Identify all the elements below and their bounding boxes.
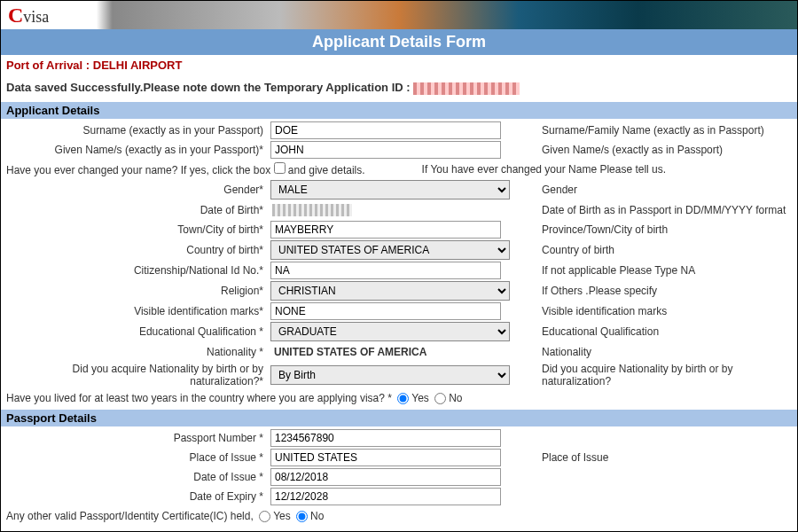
- help-education: Educational Qualification: [528, 325, 794, 338]
- label-dob: Date of Birth*: [4, 204, 270, 216]
- date-of-issue-input[interactable]: [270, 468, 501, 486]
- label-education: Educational Qualification *: [4, 325, 270, 338]
- label-nationality: Nationality *: [4, 346, 270, 358]
- gender-select[interactable]: MALE: [270, 180, 510, 200]
- label-place-of-issue: Place of Issue *: [4, 451, 270, 464]
- help-citizenship-id: If not applicable Please Type NA: [528, 264, 794, 277]
- two-year-question-row: Have you lived for at least two years in…: [1, 388, 797, 408]
- help-name-change: If You have ever changed your Name Pleas…: [372, 163, 794, 176]
- label-religion: Religion*: [4, 285, 270, 297]
- date-of-expiry-input[interactable]: [270, 488, 501, 505]
- help-given-name: Given Name/s (exactly as in Passport): [528, 144, 794, 156]
- other-passport-yes-radio[interactable]: [259, 511, 270, 522]
- nationality-value: UNITED STATES OF AMERICA: [270, 346, 426, 358]
- label-marks: Visible identification marks*: [4, 305, 270, 317]
- passport-number-input[interactable]: [270, 429, 501, 447]
- mandatory-note: * Mandatory Fields: [1, 526, 797, 532]
- other-passport-row: Any other valid Passport/Identity Certif…: [1, 506, 797, 526]
- help-place-of-issue: Place of Issue: [528, 451, 794, 464]
- label-gender: Gender*: [4, 184, 270, 196]
- help-town: Province/Town/City of birth: [528, 223, 794, 236]
- place-of-issue-input[interactable]: [270, 449, 501, 466]
- acquire-nationality-select[interactable]: By Birth: [270, 365, 510, 385]
- section-applicant-details: Applicant Details: [1, 102, 797, 119]
- label-country-of-birth: Country of birth*: [4, 244, 270, 256]
- label-two-year: Have you lived for at least two years in…: [6, 392, 392, 404]
- name-change-checkbox[interactable]: [274, 162, 286, 174]
- help-gender: Gender: [528, 184, 794, 196]
- header-banner: Cvisa: [1, 1, 797, 29]
- label-name-change: Have you ever changed your name? If yes,…: [4, 162, 372, 176]
- port-label: Port of Arrival :: [6, 59, 90, 72]
- help-dob: Date of Birth as in Passport in DD/MM/YY…: [528, 204, 794, 216]
- help-marks: Visible identification marks: [528, 305, 794, 317]
- label-given-name: Given Name/s (exactly as in your Passpor…: [4, 144, 270, 156]
- logo: Cvisa: [8, 4, 49, 27]
- marks-input[interactable]: [270, 302, 501, 320]
- label-date-of-issue: Date of Issue *: [4, 471, 270, 483]
- label-acquire-nationality: Did you acquire Nationality by birth or …: [4, 363, 270, 387]
- citizenship-id-input[interactable]: [270, 262, 501, 279]
- help-surname: Surname/Family Name (exactly as in Passp…: [528, 124, 794, 137]
- temp-application-id-redacted: [413, 82, 520, 95]
- label-other-passport: Any other valid Passport/Identity Certif…: [6, 510, 254, 522]
- label-date-of-expiry: Date of Expiry *: [4, 490, 270, 503]
- port-of-arrival: Port of Arrival : DELHI AIRPORT: [1, 55, 797, 75]
- two-year-yes-radio[interactable]: [397, 393, 409, 404]
- help-acquire-nationality: Did you acquire Nationality by birth or …: [528, 363, 794, 387]
- surname-input[interactable]: [270, 121, 501, 139]
- town-input[interactable]: [270, 221, 501, 239]
- page-title: Applicant Details Form: [1, 29, 797, 55]
- port-value: DELHI AIRPORT: [93, 59, 183, 72]
- help-country-of-birth: Country of birth: [528, 244, 794, 256]
- dob-value-redacted: [272, 204, 352, 216]
- country-of-birth-select[interactable]: UNITED STATES OF AMERICA: [270, 240, 510, 260]
- given-name-input[interactable]: [270, 141, 501, 159]
- save-success-message: Data saved Successfully.Please note down…: [1, 75, 797, 102]
- religion-select[interactable]: CHRISTIAN: [270, 281, 510, 301]
- label-citizenship-id: Citizenship/National Id No.*: [4, 264, 270, 277]
- label-town: Town/City of birth*: [4, 223, 270, 236]
- other-passport-no-radio[interactable]: [296, 511, 308, 522]
- two-year-no-radio[interactable]: [434, 393, 446, 404]
- section-passport-details: Passport Details: [1, 410, 797, 426]
- education-select[interactable]: GRADUATE: [270, 322, 510, 341]
- help-nationality: Nationality: [528, 346, 794, 358]
- help-religion: If Others .Please specify: [528, 285, 794, 297]
- label-surname: Surname (exactly as in your Passport): [4, 124, 270, 137]
- label-passport-number: Passport Number *: [4, 432, 270, 444]
